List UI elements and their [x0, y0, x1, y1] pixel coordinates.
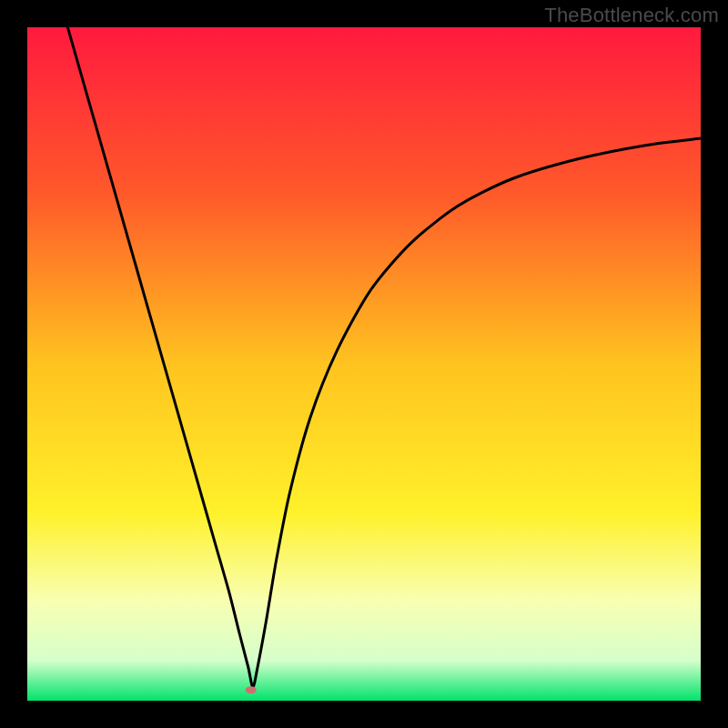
watermark-label: TheBottleneck.com: [544, 4, 719, 27]
chart-frame: TheBottleneck.com: [0, 0, 728, 728]
min-point-marker: [246, 686, 257, 693]
plot-svg: [27, 27, 701, 701]
plot-area: [27, 27, 701, 701]
gradient-background: [27, 27, 701, 701]
